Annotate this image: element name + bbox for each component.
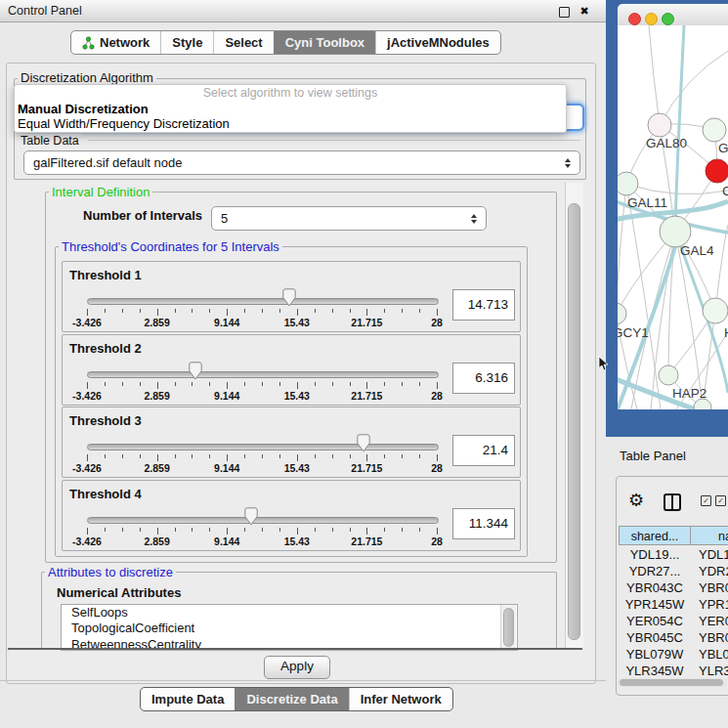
cell-shared-name[interactable]: YBL079W — [619, 646, 691, 663]
tab-cyni-toolbox[interactable]: Cyni Toolbox — [274, 31, 375, 54]
threshold-3-slider-thumb[interactable] — [357, 434, 370, 452]
slider-tick — [122, 454, 123, 458]
number-of-intervals-combobox[interactable]: 5 — [211, 206, 487, 231]
attribute-list-item[interactable]: SelfLoops — [62, 605, 517, 621]
settings-scrollbar-thumb[interactable] — [568, 203, 580, 640]
network-window-titlebar[interactable] — [618, 4, 728, 26]
algorithm-option-equal-width[interactable]: Equal Width/Frequency Discretization — [15, 116, 566, 131]
slider-tick — [157, 454, 158, 461]
tab-network[interactable]: Network — [71, 31, 160, 54]
table-data-value: galFiltered.sif default node — [33, 155, 182, 170]
cell-name[interactable]: YDL1 — [691, 546, 728, 563]
cell-shared-name[interactable]: YDL19... — [619, 546, 691, 563]
node-gal80[interactable] — [648, 113, 671, 137]
cell-shared-name[interactable]: YER054C — [619, 613, 691, 629]
combobox-stepper-icon — [471, 214, 477, 224]
algorithm-option-manual[interactable]: Manual Discretization — [15, 102, 566, 116]
network-canvas[interactable]: GAL80 GA C GAL11 GAL4 GCY1 H HAP2 — [618, 25, 728, 409]
tab-jactivemnodules[interactable]: jActiveMNodules — [375, 31, 500, 54]
slider-tick — [157, 382, 158, 389]
threshold-4-slider-track[interactable] — [87, 517, 439, 524]
cell-shared-name[interactable]: YLR345W — [619, 663, 691, 678]
threshold-3-value-field[interactable]: 21.4 — [452, 435, 515, 466]
node-table-rows[interactable]: YDL19...YDL1YDR27...YDR2YBR043CYBR0YPR14… — [619, 546, 728, 678]
slider-tick — [437, 382, 438, 389]
tab-impute-data[interactable]: Impute Data — [141, 688, 235, 710]
slider-tick — [122, 309, 123, 313]
cell-name[interactable]: YDR2 — [691, 563, 728, 579]
table-row[interactable]: YLR345WYLR3 — [619, 663, 728, 678]
slider-tick-label: 15.43 — [273, 317, 321, 328]
cell-name[interactable]: YLR3 — [691, 663, 728, 678]
threshold-1-value-field[interactable]: 14.713 — [452, 289, 515, 321]
numerical-attributes-list[interactable]: SelfLoopsTopologicalCoefficientBetweenne… — [61, 604, 518, 651]
attribute-list-item[interactable]: TopologicalCoefficient — [62, 621, 517, 636]
attributes-list-scrollbar-thumb[interactable] — [503, 608, 514, 647]
threshold-3-slider-track[interactable] — [87, 444, 439, 450]
slider-tick-label: 21.715 — [342, 390, 391, 402]
slider-tick — [366, 382, 367, 389]
table-row[interactable]: YPR145WYPR1 — [619, 596, 728, 613]
table-data-combobox[interactable]: galFiltered.sif default node — [23, 150, 580, 175]
slider-tick — [157, 528, 158, 535]
threshold-4-value-field[interactable]: 11.344 — [452, 508, 515, 539]
tab-select[interactable]: Select — [213, 31, 273, 54]
threshold-1-slider-track[interactable] — [87, 298, 439, 305]
zoom-traffic-light-icon[interactable] — [662, 13, 674, 25]
cell-name[interactable]: YBR0 — [691, 629, 728, 646]
table-horizontal-scrollbar[interactable] — [618, 678, 727, 687]
slider-tick-label: 2.859 — [133, 317, 182, 328]
split-columns-icon[interactable] — [664, 493, 681, 511]
node-gcy1[interactable] — [618, 303, 626, 324]
table-row[interactable]: YER054CYER0 — [619, 613, 728, 629]
threshold-2-slider-thumb[interactable] — [189, 362, 202, 380]
table-row[interactable]: YDL19...YDL1 — [619, 546, 728, 563]
table-row[interactable]: YDR27...YDR2 — [619, 563, 728, 579]
slider-tick-label: 9.144 — [202, 390, 251, 402]
apply-button[interactable]: Apply — [264, 656, 330, 679]
table-row[interactable]: YBL079WYBL0 — [619, 646, 728, 663]
threshold-2-slider-track[interactable] — [87, 371, 439, 378]
cell-name[interactable]: YBL0 — [691, 646, 728, 663]
algorithm-dropdown-placeholder: Select algorithm to view settings — [15, 85, 566, 102]
threshold-2-value-field[interactable]: 6.316 — [452, 363, 515, 394]
slider-tick — [192, 309, 193, 313]
float-window-icon[interactable] — [559, 7, 570, 18]
tab-discretize-data[interactable]: Discretize Data — [235, 688, 348, 710]
close-traffic-light-icon[interactable] — [628, 13, 641, 25]
column-header-name[interactable]: na — [690, 526, 728, 545]
slider-tick-label: -3.426 — [63, 317, 111, 328]
node-label-gal11: GAL11 — [627, 195, 667, 210]
cell-shared-name[interactable]: YDR27... — [619, 563, 691, 579]
table-hscrollbar-thumb[interactable] — [620, 679, 723, 686]
tab-style[interactable]: Style — [160, 31, 213, 54]
column-header-shared[interactable]: shared... — [619, 526, 691, 545]
cell-shared-name[interactable]: YPR145W — [619, 596, 691, 613]
cell-name[interactable]: YPR1 — [691, 596, 728, 613]
cell-name[interactable]: YBR0 — [691, 579, 728, 596]
table-row[interactable]: YBR043CYBR0 — [619, 579, 728, 596]
node-hap2[interactable] — [659, 365, 678, 385]
threshold-1-panel: Threshold 1 -3.4262.8599.14415.4321.7152… — [62, 261, 521, 332]
column-checkbox-icons[interactable]: ✓ ✓ — [701, 495, 728, 507]
cell-name[interactable]: YER0 — [691, 613, 728, 629]
cell-shared-name[interactable]: YBR043C — [619, 579, 691, 596]
close-icon[interactable]: ✖ — [577, 3, 592, 19]
table-row[interactable]: YBR045CYBR0 — [619, 629, 728, 646]
slider-tick-label: -3.426 — [63, 462, 111, 474]
bottom-divider — [0, 680, 606, 681]
gear-icon[interactable]: ⚙ — [628, 490, 644, 511]
slider-tick — [279, 382, 280, 386]
slider-tick — [122, 528, 123, 532]
threshold-4-slider-thumb[interactable] — [244, 507, 258, 526]
tab-infer-network[interactable]: Infer Network — [349, 688, 452, 710]
cell-shared-name[interactable]: YBR045C — [619, 629, 691, 646]
node-top-right[interactable] — [703, 118, 726, 142]
minimize-traffic-light-icon[interactable] — [645, 13, 658, 25]
node-h[interactable] — [703, 298, 728, 323]
node-red-selected[interactable] — [706, 159, 728, 183]
node-gal11[interactable] — [618, 172, 638, 195]
threshold-4-panel: Threshold 4 -3.4262.8599.14415.4321.7152… — [62, 480, 521, 551]
threshold-1-slider-thumb[interactable] — [282, 288, 296, 307]
slider-tick — [105, 382, 106, 386]
